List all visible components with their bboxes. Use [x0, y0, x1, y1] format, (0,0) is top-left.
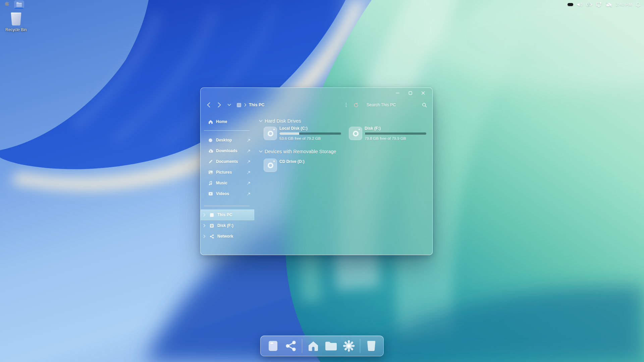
desktop: 2:40 PM Recycle Bin — [0, 0, 644, 362]
capacity-bar-fill — [279, 132, 299, 135]
share-icon — [285, 340, 297, 352]
cd-drive-icon — [264, 159, 277, 172]
recycle-bin-desktop-icon[interactable]: Recycle Bin — [4, 11, 28, 32]
close-button[interactable] — [420, 90, 426, 96]
clock[interactable]: 2:40 PM — [616, 2, 632, 7]
collapse-chevron-icon[interactable] — [259, 120, 263, 122]
network-icon — [209, 234, 214, 239]
hard-drive-icon — [349, 127, 362, 140]
dock-divider — [360, 339, 360, 353]
more-options-button[interactable] — [345, 103, 347, 107]
trash-icon — [367, 340, 376, 352]
folder-icon — [16, 2, 22, 7]
drive-name: CD Drive (D:) — [279, 159, 305, 164]
sidebar-item-label: Network — [217, 234, 233, 239]
sidebar-item-videos[interactable]: Videos — [201, 188, 254, 199]
dock-item-drive[interactable] — [266, 339, 280, 353]
trash-can-icon — [9, 11, 23, 26]
folder-icon — [325, 341, 337, 351]
sidebar-item-label: Music — [216, 181, 227, 185]
apple-logo[interactable] — [3, 1, 9, 8]
status-pill[interactable] — [568, 3, 573, 6]
volume-icon[interactable] — [577, 2, 583, 7]
active-task-indicator — [15, 8, 23, 9]
pin-icon — [247, 149, 251, 153]
cloud-offline-icon[interactable] — [606, 2, 612, 7]
drive-name: Local Disk (C:) — [279, 126, 341, 131]
sidebar-item-label: This PC — [217, 213, 232, 217]
expand-chevron-icon[interactable] — [203, 235, 206, 238]
drive-tile-local-disk-c[interactable]: Local Disk (C:) 53.6 GB free of 79.2 GB — [264, 126, 341, 145]
dock-item-settings[interactable] — [342, 339, 356, 353]
sidebar-item-label: Videos — [216, 191, 229, 196]
dock-item-trash[interactable] — [365, 339, 378, 353]
sidebar-item-documents[interactable]: Documents — [201, 156, 254, 167]
capacity-bar — [365, 132, 426, 135]
sidebar-separator — [204, 130, 250, 131]
notification-bell-icon[interactable] — [636, 2, 641, 7]
music-icon — [208, 181, 213, 185]
drive-name: Disk (F:) — [365, 126, 426, 131]
sidebar-item-label: Documents — [216, 159, 238, 164]
sidebar-item-label: Pictures — [216, 170, 232, 175]
breadcrumb-location-icon — [236, 103, 241, 108]
sidebar-item-network[interactable]: Network — [201, 231, 254, 242]
drive-free-space: 53.6 GB free of 79.2 GB — [279, 136, 341, 140]
navigation-bar: This PC — [201, 98, 432, 112]
sidebar-item-label: Disk (F:) — [217, 223, 233, 228]
window-titlebar[interactable] — [201, 88, 432, 98]
battery-charging-icon[interactable] — [586, 2, 592, 7]
pin-icon — [247, 181, 251, 185]
section-header-removable-storage[interactable]: Devices with Removable Storage — [259, 148, 426, 155]
drive-tile-cd-drive-d[interactable]: CD Drive (D:) — [264, 158, 426, 172]
sidebar-item-downloads[interactable]: Downloads — [201, 145, 254, 156]
capacity-bar-fill — [365, 132, 365, 135]
sidebar-item-pictures[interactable]: Pictures — [201, 167, 254, 178]
search-icon[interactable] — [422, 103, 427, 108]
capacity-bar — [279, 132, 341, 135]
home-icon — [308, 341, 319, 351]
breadcrumb[interactable]: This PC — [249, 103, 265, 107]
pin-icon — [247, 138, 251, 142]
dock-item-home[interactable] — [307, 339, 320, 353]
sidebar-item-label: Desktop — [216, 138, 232, 142]
pictures-icon — [208, 170, 213, 174]
expand-chevron-icon[interactable] — [203, 213, 206, 217]
drive-free-space: 79.8 GB free of 79.9 GB — [365, 136, 426, 140]
minimize-button[interactable] — [395, 90, 400, 96]
dock-item-share[interactable] — [284, 339, 298, 353]
pin-icon — [247, 171, 251, 174]
sidebar-item-disk-f[interactable]: Disk (F:) — [201, 220, 254, 231]
drive-icon — [268, 340, 278, 352]
pin-icon — [247, 160, 251, 164]
sidebar-item-label: Downloads — [216, 148, 237, 153]
dock-item-folder[interactable] — [324, 339, 338, 353]
disk-icon — [209, 224, 214, 228]
back-button[interactable] — [207, 102, 211, 108]
section-header-hard-disk-drives[interactable]: Hard Disk Drives — [259, 117, 426, 125]
forward-button[interactable] — [217, 102, 221, 108]
sidebar: Home Desktop Downloads — [201, 112, 254, 255]
home-icon — [208, 120, 213, 124]
collapse-chevron-icon[interactable] — [259, 150, 263, 153]
sidebar-item-music[interactable]: Music — [201, 178, 254, 188]
sidebar-item-desktop[interactable]: Desktop — [201, 135, 254, 145]
drive-tile-disk-f[interactable]: Disk (F:) 79.8 GB free of 79.9 GB — [349, 126, 426, 145]
file-manager-task-button[interactable] — [14, 0, 24, 9]
breadcrumb-separator-icon — [244, 103, 247, 107]
videos-icon — [208, 192, 213, 196]
search-input[interactable] — [367, 103, 422, 107]
documents-icon — [208, 160, 213, 164]
sidebar-item-label: Home — [216, 119, 227, 124]
sidebar-item-this-pc[interactable]: This PC — [201, 209, 254, 220]
expand-chevron-icon[interactable] — [203, 224, 206, 227]
drive-list: Hard Disk Drives Local Disk (C:) 53.6 GB… — [254, 112, 432, 255]
history-dropdown-button[interactable] — [227, 104, 231, 106]
file-manager-window: This PC — [200, 87, 433, 255]
sidebar-item-home[interactable]: Home — [201, 117, 254, 127]
dock — [260, 336, 384, 356]
system-tray: 2:40 PM — [568, 2, 641, 7]
maximize-button[interactable] — [408, 90, 413, 96]
refresh-button[interactable] — [354, 103, 359, 108]
display-device-icon[interactable] — [596, 2, 602, 7]
